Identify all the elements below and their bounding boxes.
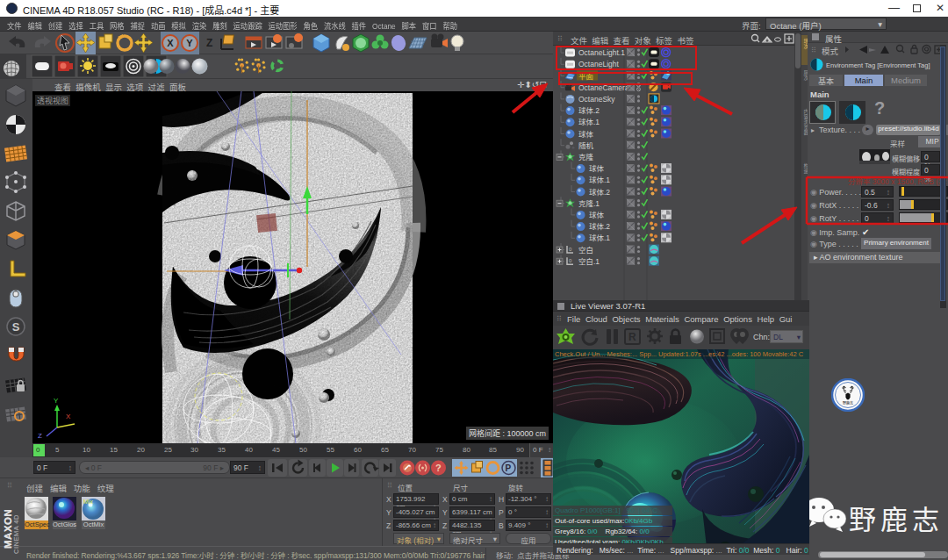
svg-text:P: P xyxy=(506,463,512,473)
svg-text:OctaneLight.1: OctaneLight.1 xyxy=(578,48,625,57)
svg-text:空白: 空白 xyxy=(578,246,593,255)
svg-text:OctaneSky: OctaneSky xyxy=(578,95,615,104)
svg-text:S: S xyxy=(12,320,20,334)
svg-text:克隆: 克隆 xyxy=(578,153,594,162)
svg-text:随机: 随机 xyxy=(578,141,594,150)
svg-text:球体: 球体 xyxy=(578,130,594,139)
svg-text:OctaneCamera: OctaneCamera xyxy=(578,83,629,92)
svg-text:球体.1: 球体.1 xyxy=(589,233,610,242)
svg-text:0: 0 xyxy=(569,258,572,263)
svg-text:X: X xyxy=(66,413,71,420)
svg-text:Check.Out / Un... Meshes:...: Check.Out / Un... Meshes:... Spp... Upda… xyxy=(555,350,804,358)
svg-text:Y: Y xyxy=(186,38,193,48)
svg-text:野鹿志: 野鹿志 xyxy=(843,400,853,406)
svg-text:球体: 球体 xyxy=(589,164,605,173)
svg-text:Mix: Mix xyxy=(83,499,93,505)
svg-text:?: ? xyxy=(435,463,442,473)
svg-text:平面: 平面 xyxy=(578,72,594,81)
svg-text:球体.2: 球体.2 xyxy=(578,106,600,115)
svg-text:Z: Z xyxy=(38,432,42,440)
svg-text:球体.1: 球体.1 xyxy=(578,118,600,126)
svg-text:空白.1: 空白.1 xyxy=(578,257,600,266)
svg-text:X: X xyxy=(167,38,174,48)
svg-text:Z: Z xyxy=(206,37,212,49)
svg-text:0: 0 xyxy=(569,247,572,252)
svg-text:球体: 球体 xyxy=(589,211,605,219)
svg-text:克隆.1: 克隆.1 xyxy=(578,199,600,208)
svg-text:球体.1: 球体.1 xyxy=(589,176,610,184)
svg-text:Y: Y xyxy=(54,397,59,405)
svg-text:OctaneLight: OctaneLight xyxy=(578,60,619,68)
svg-text:球体.2: 球体.2 xyxy=(589,188,610,197)
svg-text:R: R xyxy=(628,331,636,343)
svg-text:球体.2: 球体.2 xyxy=(589,222,610,231)
